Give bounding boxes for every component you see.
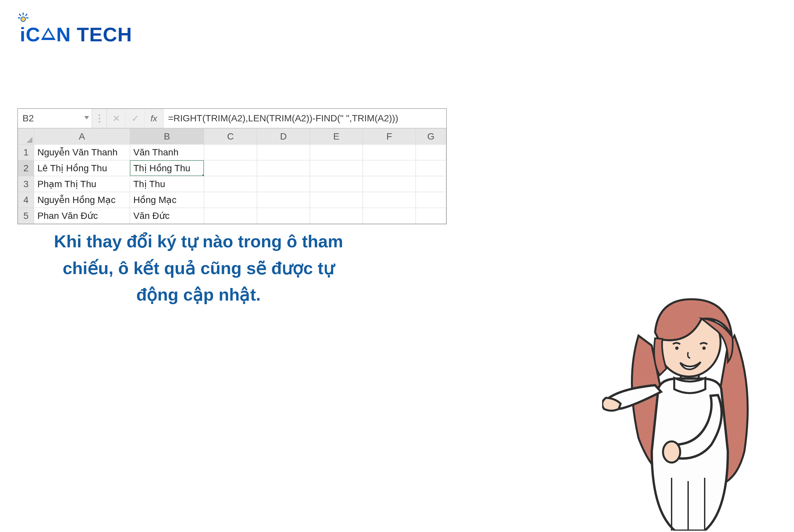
row-header[interactable]: 5 bbox=[18, 208, 34, 224]
cell[interactable] bbox=[257, 208, 310, 224]
cell[interactable] bbox=[363, 160, 416, 176]
cell[interactable] bbox=[310, 176, 363, 192]
cell[interactable]: Phan Văn Đức bbox=[34, 208, 130, 224]
row-header[interactable]: 2 bbox=[18, 160, 34, 176]
fill-handle[interactable] bbox=[202, 175, 204, 176]
col-header-b[interactable]: B bbox=[130, 129, 204, 145]
row-header[interactable]: 3 bbox=[18, 176, 34, 192]
cell[interactable] bbox=[416, 145, 446, 160]
table-row: 5 Phan Văn Đức Văn Đức bbox=[18, 208, 446, 224]
check-icon: ✓ bbox=[131, 113, 139, 124]
cell[interactable] bbox=[204, 145, 257, 160]
cell[interactable] bbox=[416, 176, 446, 192]
table-row: 2 Lê Thị Hồng Thu Thị Hồng Thu bbox=[18, 160, 446, 176]
cell[interactable]: Hồng Mạc bbox=[130, 192, 204, 208]
cell[interactable] bbox=[310, 208, 363, 224]
cell[interactable] bbox=[257, 145, 310, 160]
svg-point-9 bbox=[675, 346, 679, 350]
col-header-d[interactable]: D bbox=[257, 129, 310, 145]
cell[interactable]: Văn Đức bbox=[130, 208, 204, 224]
svg-point-7 bbox=[663, 441, 680, 462]
formula-bar-divider bbox=[92, 109, 107, 128]
formula-bar: B2 ✕ ✓ fx =RIGHT(TRIM(A2),LEN(TRIM(A2))-… bbox=[18, 109, 446, 128]
cell[interactable]: Nguyễn Hồng Mạc bbox=[34, 192, 130, 208]
cell[interactable]: Thị Thu bbox=[130, 176, 204, 192]
cell[interactable]: Phạm Thị Thu bbox=[34, 176, 130, 192]
cell[interactable] bbox=[204, 160, 257, 176]
formula-text: =RIGHT(TRIM(A2),LEN(TRIM(A2))-FIND(" ",T… bbox=[168, 113, 398, 124]
chevron-down-icon[interactable] bbox=[85, 116, 89, 119]
selected-cell[interactable]: Thị Hồng Thu bbox=[130, 160, 204, 176]
cell[interactable]: Văn Thanh bbox=[130, 145, 204, 160]
confirm-formula-button[interactable]: ✓ bbox=[126, 109, 145, 128]
character-illustration bbox=[602, 279, 774, 532]
cell[interactable] bbox=[310, 160, 363, 176]
cell[interactable] bbox=[257, 176, 310, 192]
row-header[interactable]: 1 bbox=[18, 145, 34, 160]
svg-point-10 bbox=[702, 346, 706, 350]
lightbulb-icon bbox=[17, 12, 29, 23]
spreadsheet-window: B2 ✕ ✓ fx =RIGHT(TRIM(A2),LEN(TRIM(A2))-… bbox=[18, 109, 447, 224]
col-header-a[interactable]: A bbox=[34, 129, 130, 145]
cell[interactable] bbox=[416, 192, 446, 208]
select-all-corner[interactable] bbox=[18, 129, 34, 145]
cell[interactable] bbox=[310, 192, 363, 208]
cell[interactable]: Nguyễn Văn Thanh bbox=[34, 145, 130, 160]
row-header[interactable]: 4 bbox=[18, 192, 34, 208]
col-header-f[interactable]: F bbox=[363, 129, 416, 145]
col-header-e[interactable]: E bbox=[310, 129, 363, 145]
column-header-row: A B C D E F G bbox=[18, 129, 446, 145]
cell[interactable]: Lê Thị Hồng Thu bbox=[34, 160, 130, 176]
cancel-formula-button[interactable]: ✕ bbox=[107, 109, 126, 128]
col-header-g[interactable]: G bbox=[416, 129, 446, 145]
logo-can: CN bbox=[26, 23, 71, 45]
cell[interactable] bbox=[257, 160, 310, 176]
table-row: 3 Phạm Thị Thu Thị Thu bbox=[18, 176, 446, 192]
cell[interactable] bbox=[363, 176, 416, 192]
x-icon: ✕ bbox=[112, 113, 120, 124]
svg-line-2 bbox=[25, 14, 27, 16]
table-row: 1 Nguyễn Văn Thanh Văn Thanh bbox=[18, 145, 446, 160]
cell[interactable] bbox=[204, 176, 257, 192]
table-row: 4 Nguyễn Hồng Mạc Hồng Mạc bbox=[18, 192, 446, 208]
fx-label: fx bbox=[150, 113, 157, 124]
spreadsheet-grid[interactable]: A B C D E F G 1 Nguyễn Văn Thanh Văn Tha… bbox=[18, 128, 446, 224]
cell[interactable] bbox=[204, 192, 257, 208]
name-box-value: B2 bbox=[22, 113, 34, 124]
cell[interactable] bbox=[363, 145, 416, 160]
caption-text: Khi thay đổi ký tự nào trong ô tham chiế… bbox=[40, 228, 357, 308]
formula-input[interactable]: =RIGHT(TRIM(A2),LEN(TRIM(A2))-FIND(" ",T… bbox=[163, 109, 446, 128]
name-box[interactable]: B2 bbox=[18, 109, 92, 128]
logo-i: i bbox=[20, 23, 26, 46]
logo-tech: TECH bbox=[77, 23, 132, 45]
col-header-c[interactable]: C bbox=[204, 129, 257, 145]
cell[interactable] bbox=[257, 192, 310, 208]
fx-button[interactable]: fx bbox=[145, 109, 163, 128]
cell[interactable] bbox=[204, 208, 257, 224]
cell[interactable] bbox=[310, 145, 363, 160]
cell[interactable] bbox=[416, 160, 446, 176]
brand-logo: i CN TECH bbox=[20, 23, 132, 46]
svg-line-1 bbox=[19, 14, 21, 16]
cell[interactable] bbox=[363, 208, 416, 224]
svg-point-5 bbox=[21, 17, 25, 21]
cell[interactable] bbox=[363, 192, 416, 208]
cell[interactable] bbox=[416, 208, 446, 224]
